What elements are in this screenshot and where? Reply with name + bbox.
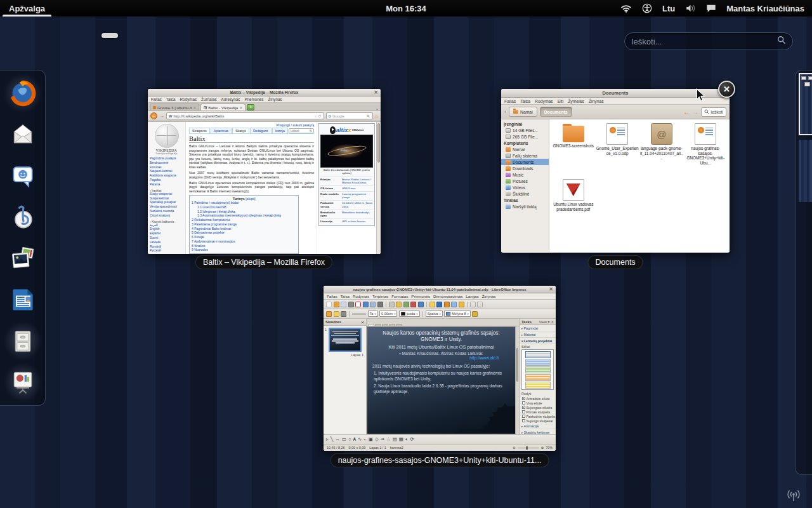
table-style-preview[interactable] (525, 366, 551, 373)
firefox-navbar: ← → W http://lt.wikipedia.org/wiki/Balti… (148, 111, 381, 121)
file-item: GNOME3-screenshots (552, 123, 595, 179)
table-option-checkbox: Sujungtos eilutės (520, 405, 556, 410)
wikipedia-globe-logo (155, 124, 179, 148)
zoom-slider[interactable] (518, 448, 539, 448)
sidebar-place: Naršyti tinklą (501, 203, 549, 210)
broadcast-antenna-icon[interactable] (784, 486, 803, 505)
clock[interactable]: Mon 16:34 (386, 4, 426, 13)
paste-icon (403, 302, 409, 307)
accessibility-icon[interactable] (642, 3, 652, 13)
sidebar-place: Namai (501, 146, 549, 152)
impress-presentation-icon (9, 368, 37, 396)
chat-icon[interactable] (706, 4, 716, 13)
table-option-checkbox: Pirmas stulpelis (520, 410, 556, 414)
curve-icon: ∿ (358, 437, 362, 442)
window-firefox[interactable]: Baltix – Vikipedija – Mozilla Firefox ✕ … (148, 89, 381, 254)
photos-icon (9, 244, 37, 272)
search-box[interactable] (624, 32, 793, 50)
wiki-nav-link: Parama (150, 183, 183, 187)
window-documents[interactable]: Documents FailasTaisaRodymasEitiŽymelėsŽ… (501, 89, 730, 253)
browser-scrollbar (376, 122, 381, 254)
wiki-tab-talk: Aptarimas (211, 128, 232, 133)
arrow-style-icon (341, 311, 346, 317)
dash-item-impress[interactable] (8, 367, 38, 398)
table-style-preview[interactable] (525, 389, 551, 390)
show-label: Rodyti (520, 391, 556, 396)
dash-item-banshee[interactable] (8, 202, 38, 232)
wiki-tab-edit: Redaguoti (250, 128, 272, 133)
activities-button[interactable]: Apžvalga (0, 0, 54, 17)
search-input[interactable] (631, 37, 777, 46)
workspace-thumbnail-1[interactable] (799, 73, 812, 135)
checkbox-icon (522, 406, 525, 409)
volume-icon[interactable] (685, 4, 696, 13)
dash-item-empathy[interactable] (8, 161, 38, 191)
menu-item: Taisa (166, 97, 176, 102)
menu-item: Žinynas (482, 294, 496, 298)
user-menu[interactable]: Mantas Kriaučiūnas (726, 4, 804, 13)
table-style-preview[interactable] (525, 374, 551, 381)
email-icon (348, 302, 354, 307)
menu-item: Langas (466, 294, 478, 298)
slide-thumbnail[interactable] (329, 328, 362, 352)
tasks-view-menu: View (539, 320, 547, 324)
wiki-nav-link: Pagalba (150, 178, 183, 183)
wiki-nav-link: Pagrindinis puslapis (150, 157, 183, 161)
view-tab (368, 324, 374, 326)
dash-item-writer[interactable] (8, 284, 38, 315)
menu-item: Priemonės (411, 294, 430, 298)
workspace-thumbnail-2[interactable] (799, 140, 812, 202)
menu-item: Eiti (558, 99, 563, 104)
slides-panel-title: Skaidrės (325, 320, 341, 324)
sidebar-place: Downloads (501, 165, 549, 171)
sidebar-place: Pictures (501, 178, 549, 184)
close-window-button[interactable]: ✕ (718, 81, 735, 98)
firefox-tabbar: Gnome 3 | ubuntu.lt✕ W Baltix - Vikipedi… (148, 103, 381, 111)
documents-titlebar: Documents (501, 89, 730, 98)
dash-item-firefox[interactable] (8, 78, 38, 109)
file-item: Ubuntu Linux vadovas pradedantiems.pdf (552, 179, 595, 235)
overview-tab[interactable] (102, 33, 118, 38)
table-style-preview[interactable] (525, 351, 551, 358)
dash-item-shotwell[interactable] (8, 243, 38, 274)
status-area: Ltu Mantas Kriaučiūnas (620, 3, 812, 13)
menu-item: Žymelės (568, 99, 584, 104)
slide-link: http://www.akl.lt (367, 356, 515, 360)
forward-icon: → (159, 113, 164, 119)
tasks-panel: Tasks View ▾ ✕ Pagrindai Maketai Lenteli… (519, 319, 556, 434)
url-bar: W http://lt.wikipedia.org/wiki/Baltix ☆ … (166, 112, 324, 119)
arrow-icon: → (335, 437, 340, 442)
window-close-icon: ✕ (374, 90, 378, 95)
menu-item: Failas (327, 294, 337, 298)
dash-item-file-manager[interactable] (8, 326, 38, 356)
overview-tab[interactable] (129, 33, 146, 38)
help-icon (470, 302, 476, 307)
menu-item: Žinynas (268, 97, 282, 102)
window-impress[interactable]: naujos-grafines-sasajos-GNOME3+Unity+kit… (324, 286, 556, 451)
file-icon (563, 126, 584, 142)
top-bar: Apžvalga Mon 16:34 Ltu (0, 0, 812, 17)
view-tab (375, 324, 381, 326)
zoom-out-icon[interactable]: ⊖ (513, 446, 516, 450)
table-style-preview[interactable] (525, 359, 551, 366)
files-search-button: Ieškoti (701, 107, 726, 117)
wifi-icon[interactable] (620, 4, 632, 13)
table-icon (436, 302, 442, 307)
tasks-section-layouts: Maketai (520, 331, 556, 338)
toc-item: 6 Kūrėjai (192, 235, 296, 239)
table-style-preview[interactable] (525, 382, 551, 389)
zoom-in-icon[interactable]: ⊕ (541, 446, 544, 450)
web-search-field: G Google 🔍︎ (326, 112, 373, 119)
block-arrows-icon: ⇒ (381, 437, 384, 442)
tasks-section-table-designs: Lentelių projektai (520, 338, 556, 344)
line-width-input: 0,00cm▾ (379, 311, 397, 317)
toc-item: 1 Paleidimo / naudojimo(si) būdai (192, 201, 296, 205)
rectangle-icon: ▭ (342, 437, 346, 442)
slide-scrollbar (515, 326, 519, 434)
firefox-titlebar: Baltix – Vikipedija – Mozilla Firefox ✕ (148, 89, 381, 97)
keyboard-layout-indicator[interactable]: Ltu (662, 4, 675, 13)
penguin-icon (330, 126, 336, 134)
print-icon (370, 302, 376, 307)
dash-item-evolution[interactable] (8, 119, 38, 150)
slides-panel: Skaidrės ✕ 1 Lapas 1 (324, 319, 367, 434)
